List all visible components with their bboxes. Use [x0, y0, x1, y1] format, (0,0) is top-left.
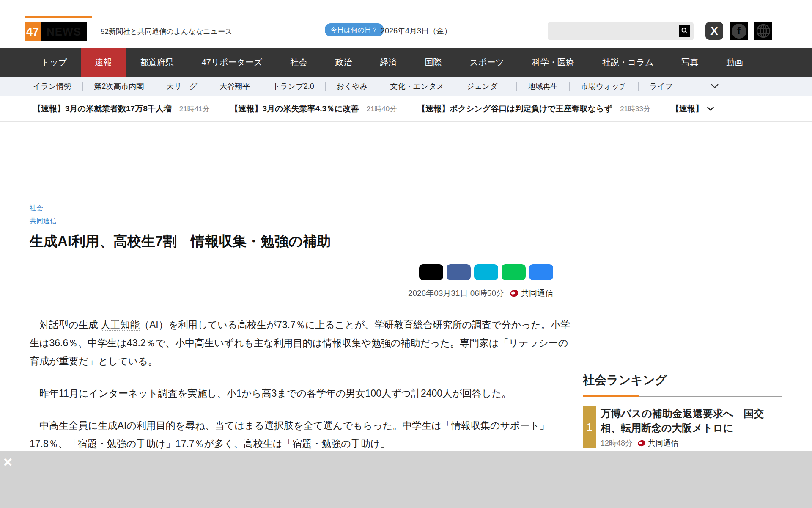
- category-link[interactable]: 社会: [30, 204, 43, 212]
- subnav-item-ohtani[interactable]: 大谷翔平: [208, 82, 261, 91]
- published-datetime: 2026年03月31日 06時50分: [408, 288, 504, 299]
- facebook-f-glyph: f: [732, 24, 746, 39]
- ticker-item[interactable]: 【速報】ボクシング谷口は判定負けで王座奪取ならず 21時33分: [417, 103, 650, 114]
- subnav-bar: イラン情勢 第2次高市内閣 大リーグ 大谷翔平 トランプ2.0 おくやみ 文化・…: [0, 77, 812, 96]
- ranking-item-body: 万博バスの補助金返還要求へ 国交相、転用断念の大阪メトロに 12時48分 共同通…: [601, 406, 782, 448]
- kyodo-logo-icon: [637, 439, 646, 447]
- nav-item-international[interactable]: 国際: [411, 48, 456, 77]
- ranking-divider: [583, 395, 782, 397]
- subnav-item-takaichi-cabinet[interactable]: 第2次高市内閣: [83, 82, 155, 91]
- nav-item-society[interactable]: 社会: [277, 48, 321, 77]
- ticker-item[interactable]: 【速報】3月の米失業率4.3％に改善 21時40分: [230, 103, 397, 114]
- ranking-item-meta: 12時48分 共同通信: [601, 438, 782, 448]
- article: 社会 共同通信 生成AI利用、高校生7割 情報収集・勉強の補助 2026年03月…: [30, 204, 571, 467]
- logo-accent-line: [25, 16, 92, 18]
- site-logo[interactable]: 47 NEWS: [25, 22, 87, 41]
- ranking-title: 社会ランキング: [583, 373, 782, 388]
- nav-item-politics[interactable]: 政治: [321, 48, 366, 77]
- article-title: 生成AI利用、高校生7割 情報収集・勉強の補助: [30, 232, 571, 251]
- subnav-item-market-watch[interactable]: 市場ウォッチ: [570, 82, 639, 91]
- nav-item-video[interactable]: 動画: [712, 48, 757, 77]
- source-link[interactable]: 共同通信: [30, 217, 57, 225]
- logo-news-box: NEWS: [41, 22, 87, 41]
- header: 47 NEWS 52新聞社と共同通信のよんななニュース 今日は何の日？ 2026…: [0, 0, 812, 48]
- x-twitter-icon[interactable]: X: [705, 22, 723, 40]
- kyodo-logo-icon: [509, 289, 519, 297]
- ticker-item-title: 【速報】3月の米就業者数17万8千人増: [33, 103, 172, 114]
- nav-item-photo[interactable]: 写真: [667, 48, 712, 77]
- ticker-item-time: 21時40分: [366, 104, 397, 114]
- subnav-item-iran[interactable]: イラン情勢: [33, 82, 83, 91]
- chevron-down-icon: [703, 105, 714, 113]
- ticker-more-button[interactable]: 【速報】: [671, 103, 714, 114]
- main-nav: トップ 速報 都道府県 47リポーターズ 社会 政治 経済 国際 スポーツ 科学…: [0, 48, 812, 77]
- today-in-history-button[interactable]: 今日は何の日？: [325, 23, 384, 36]
- subnav-item-obituaries[interactable]: おくやみ: [326, 82, 379, 91]
- page: 47 NEWS 52新聞社と共同通信のよんななニュース 今日は何の日？ 2026…: [0, 0, 812, 508]
- logo-47-box: 47: [25, 22, 41, 41]
- ticker-item-time: 21時41分: [179, 104, 210, 114]
- chevron-down-icon: [710, 83, 719, 90]
- share-row: [30, 264, 571, 280]
- social-links: X f: [705, 22, 772, 40]
- byline-source: 共同通信: [521, 288, 553, 299]
- subnav-item-regional[interactable]: 地域再生: [517, 82, 570, 91]
- nav-item-breaking[interactable]: 速報: [81, 48, 126, 77]
- breaking-ticker: 【速報】3月の米就業者数17万8千人増 21時41分 【速報】3月の米失業率4.…: [0, 96, 812, 122]
- subnav-item-culture-entertainment[interactable]: 文化・エンタメ: [379, 82, 456, 91]
- globe-icon[interactable]: [754, 22, 772, 40]
- search-icon: [681, 27, 688, 36]
- ad-close-button[interactable]: ×: [3, 455, 12, 470]
- divider: [661, 104, 661, 114]
- divider: [220, 104, 220, 114]
- site-tagline: 52新聞社と共同通信のよんななニュース: [101, 27, 233, 36]
- search-box: [548, 22, 694, 40]
- nav-item-prefectures[interactable]: 都道府県: [126, 48, 187, 77]
- paragraph: 中高生全員に生成AIの利用目的を尋ね、当てはまる選択肢を全て選んでもらった。中学…: [30, 417, 571, 453]
- nav-item-47reporters[interactable]: 47リポーターズ: [187, 48, 276, 77]
- nav-item-top[interactable]: トップ: [27, 48, 81, 77]
- ticker-item-title: 【速報】ボクシング谷口は判定負けで王座奪取ならず: [417, 103, 612, 114]
- ranking-item-title: 万博バスの補助金返還要求へ 国交相、転用断念の大阪メトロに: [601, 406, 782, 434]
- ranking-item[interactable]: 1 万博バスの補助金返還要求へ 国交相、転用断念の大阪メトロに 12時48分 共…: [583, 406, 782, 448]
- nav-item-editorial-column[interactable]: 社説・コラム: [588, 48, 667, 77]
- ranking-item-time: 12時48分: [601, 438, 633, 448]
- share-button-facebook[interactable]: [447, 264, 471, 280]
- ad-banner: ×: [0, 451, 812, 508]
- subnav-item-gender[interactable]: ジェンダー: [455, 82, 517, 91]
- search-button[interactable]: [679, 25, 690, 37]
- ticker-item-title: 【速報】3月の米失業率4.3％に改善: [230, 103, 359, 114]
- subnav-expand-button[interactable]: [710, 83, 719, 90]
- nav-item-science-medical[interactable]: 科学・医療: [518, 48, 588, 77]
- facebook-icon[interactable]: f: [730, 22, 748, 40]
- ranking-sidebar: 社会ランキング 1 万博バスの補助金返還要求へ 国交相、転用断念の大阪メトロに …: [583, 373, 782, 448]
- subnav-item-life[interactable]: ライフ: [639, 82, 684, 91]
- keyword-link[interactable]: 人工知能: [101, 319, 140, 331]
- current-date: 2026年4月3日（金）: [381, 26, 452, 36]
- share-button-line[interactable]: [502, 264, 526, 280]
- subnav-item-trump2[interactable]: トランプ2.0: [261, 82, 326, 91]
- share-button-hatena[interactable]: [474, 264, 498, 280]
- search-input[interactable]: [552, 22, 675, 40]
- nav-item-sports[interactable]: スポーツ: [456, 48, 518, 77]
- paragraph: 昨年11月にインターネット調査を実施し、小1から高3までの各学年の男女100人ず…: [30, 384, 571, 403]
- rank-badge: 1: [583, 406, 596, 448]
- byline: 2026年03月31日 06時50分 共同通信: [30, 288, 571, 299]
- share-button-link[interactable]: [529, 264, 553, 280]
- ranking-item-source: 共同通信: [648, 438, 678, 448]
- ticker-item-time: 21時33分: [620, 104, 650, 114]
- subnav-item-mlb[interactable]: 大リーグ: [155, 82, 208, 91]
- share-button-x[interactable]: [419, 264, 443, 280]
- ticker-more-label: 【速報】: [671, 103, 703, 114]
- divider: [407, 104, 407, 114]
- paragraph-text: 対話型の生成: [30, 319, 101, 330]
- nav-item-economy[interactable]: 経済: [366, 48, 411, 77]
- article-body: 対話型の生成 人工知能（AI）を利用している高校生が73.7％に上ることが、学研…: [30, 316, 571, 453]
- paragraph: 対話型の生成 人工知能（AI）を利用している高校生が73.7％に上ることが、学研…: [30, 316, 571, 370]
- ticker-item[interactable]: 【速報】3月の米就業者数17万8千人増 21時41分: [33, 103, 210, 114]
